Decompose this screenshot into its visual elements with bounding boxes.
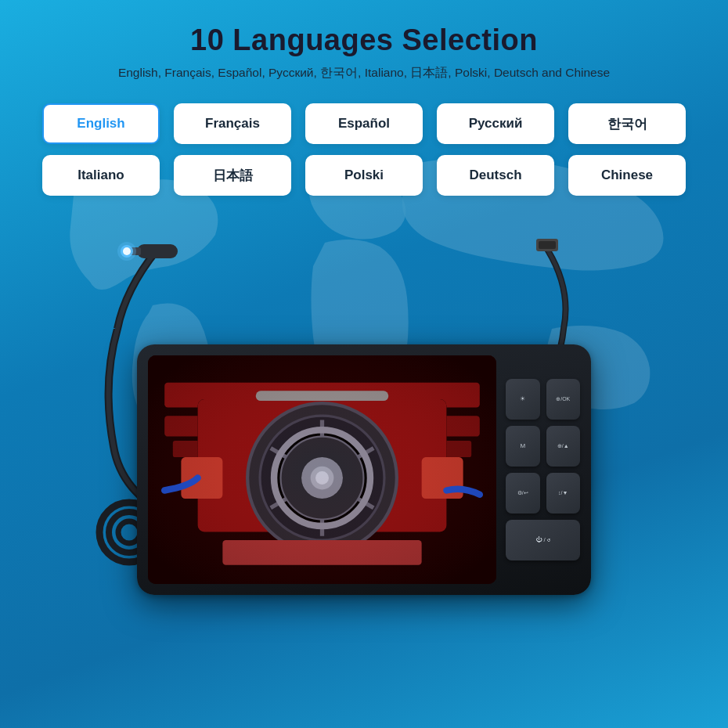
svg-rect-9 [539, 241, 556, 249]
lang-btn-italiano[interactable]: Italiano [42, 155, 160, 196]
ctrl-btn-power[interactable]: ⏻ / ↺ [506, 520, 580, 560]
svg-point-7 [123, 247, 131, 255]
lang-btn-english[interactable]: English [42, 103, 160, 144]
lang-btn-francais[interactable]: Français [174, 103, 291, 144]
svg-rect-32 [148, 355, 496, 584]
ctrl-row-1: ☀ ⊕/OK [506, 379, 580, 420]
lang-btn-chinese[interactable]: Chinese [568, 155, 686, 196]
lang-btn-russian[interactable]: Русский [437, 103, 554, 144]
main-content: 10 Languages Selection English, Français… [0, 0, 728, 211]
device-body: ☀ ⊕/OK M ⊕/▲ [137, 344, 591, 595]
ctrl-row-3: ⚙/↩ ↕/▼ [506, 473, 580, 514]
lang-btn-korean[interactable]: 한국어 [568, 103, 686, 144]
ctrl-btn-ok[interactable]: ⊕/OK [546, 379, 581, 420]
control-panel: ☀ ⊕/OK M ⊕/▲ [506, 355, 580, 584]
ctrl-btn-menu[interactable]: M [506, 426, 540, 467]
page-container: 10 Languages Selection English, Français… [0, 0, 728, 728]
lang-btn-espanol[interactable]: Español [305, 103, 423, 144]
page-subtitle: English, Français, Español, Русский, 한국어… [118, 65, 610, 81]
language-grid: English Français Español Русский 한국어 Ita… [42, 103, 686, 196]
ctrl-btn-settings[interactable]: ⚙/↩ [506, 473, 540, 514]
lang-btn-japanese[interactable]: 日本語 [174, 155, 291, 196]
lang-btn-deutsch[interactable]: Deutsch [437, 155, 554, 196]
ctrl-row-4: ⏻ / ↺ [506, 520, 580, 560]
ctrl-btn-up[interactable]: ⊕/▲ [546, 426, 581, 467]
ctrl-row-2: M ⊕/▲ [506, 426, 580, 467]
ctrl-btn-brightness[interactable]: ☀ [506, 379, 540, 420]
page-title: 10 Languages Selection [190, 23, 538, 57]
ctrl-btn-down[interactable]: ↕/▼ [546, 473, 581, 514]
lang-btn-polski[interactable]: Polski [305, 155, 423, 196]
device-section: ☀ ⊕/OK M ⊕/▲ [0, 219, 728, 611]
screen-content [148, 355, 496, 584]
device-screen [148, 355, 496, 584]
svg-rect-3 [137, 244, 178, 258]
